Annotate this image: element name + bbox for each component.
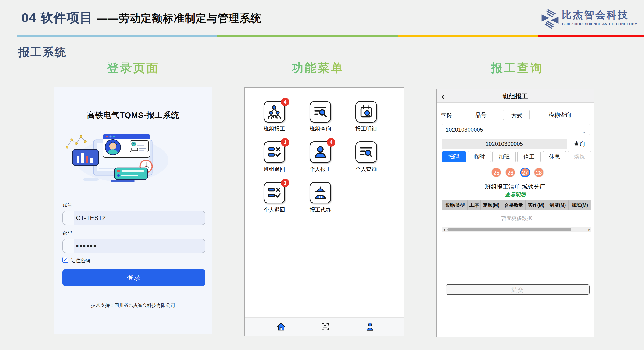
login-screen: 高铁电气TQMS-报工系统 bbox=[54, 87, 212, 334]
password-input[interactable]: •••••• bbox=[62, 239, 206, 253]
section-title: 软件项目 bbox=[40, 10, 93, 24]
scroll-left-icon[interactable]: ◂ bbox=[443, 227, 445, 232]
menu-item-report-delegate[interactable]: 报工代办 bbox=[304, 182, 337, 215]
segment-rest[interactable]: 休息 bbox=[543, 151, 566, 163]
scroll-right-icon[interactable]: ▸ bbox=[588, 227, 590, 232]
query-screen: ‹ 班组报工 字段 品号 方式 模糊查询 102010300005 ⌄ 1020… bbox=[436, 89, 594, 337]
page-number: 04 bbox=[22, 10, 36, 24]
login-illustration bbox=[64, 133, 169, 183]
menu-item-personal-report[interactable]: 4 个人报工 bbox=[304, 141, 337, 174]
table-header-cell: 实作(M) bbox=[526, 200, 547, 210]
date-circle-26[interactable]: 26 bbox=[506, 168, 515, 177]
account-label: 账号 bbox=[62, 202, 72, 208]
menu-item-label: 报工明细 bbox=[343, 125, 390, 133]
table-header-cell: 制度(M) bbox=[547, 200, 568, 210]
menu-item-label: 个人报工 bbox=[297, 166, 344, 173]
query-title: 班组报工 bbox=[437, 92, 594, 101]
empty-data-text: 暂无更多数据 bbox=[442, 210, 591, 227]
code-select[interactable]: 102010300005 ⌄ bbox=[442, 124, 590, 135]
menu-item-personal-query[interactable]: 个人查询 bbox=[350, 141, 382, 174]
submit-button[interactable]: 提交 bbox=[446, 284, 590, 295]
field-input[interactable]: 品号 bbox=[458, 110, 504, 120]
date-circle-28[interactable]: 28 bbox=[534, 168, 544, 177]
illustration-baseline bbox=[63, 187, 168, 187]
account-input[interactable]: CT-TEST2 bbox=[62, 211, 206, 225]
menu-item-report-detail[interactable]: 报工明细 bbox=[350, 101, 382, 134]
code-select-value: 102010300005 bbox=[446, 127, 483, 133]
password-label: 密码 bbox=[62, 230, 72, 236]
home-icon[interactable] bbox=[276, 322, 286, 332]
badge-count: 4 bbox=[281, 98, 289, 106]
menu-item-label: 报工代办 bbox=[297, 206, 344, 213]
login-button[interactable]: 登录 bbox=[62, 270, 206, 286]
slide-heading: 报工系统 bbox=[18, 45, 67, 60]
horizontal-scrollbar[interactable]: ◂ ▸ bbox=[442, 227, 591, 232]
bottom-tab-bar bbox=[245, 317, 404, 336]
scrollbar-thumb[interactable] bbox=[448, 228, 571, 231]
slide-canvas: 04 软件项目 ——劳动定额标准制定与管理系统 比杰智会科技 bbox=[0, 0, 644, 350]
segment-smelting[interactable]: 熔炼 bbox=[568, 151, 591, 163]
list-search-icon bbox=[310, 101, 331, 123]
scan-icon[interactable] bbox=[320, 322, 330, 332]
divider bbox=[442, 180, 590, 181]
company-logo: 比杰智会科技 BIJIEZHIHUI SCIENCE AND TECHNOLOG… bbox=[540, 8, 641, 30]
column-title-login: 登录页面 bbox=[75, 60, 192, 76]
company-name: 比杰智会科技 bbox=[562, 8, 629, 21]
column-title-menu: 功能菜单 bbox=[260, 60, 376, 76]
table-header-cell: 合格数量 bbox=[502, 200, 526, 210]
menu-item-team-query[interactable]: 班组查询 bbox=[304, 101, 337, 134]
divider bbox=[442, 166, 590, 166]
badge-count: 4 bbox=[327, 138, 335, 147]
mode-label: 方式 bbox=[511, 112, 522, 120]
list-search-icon bbox=[356, 141, 377, 163]
menu-item-personal-return[interactable]: 1 个人退回 bbox=[258, 182, 291, 215]
segment-temporary[interactable]: 临时 bbox=[468, 151, 491, 163]
code-readonly-field[interactable]: 102010300005 bbox=[442, 139, 567, 149]
remember-password-checkbox[interactable]: ✓ bbox=[62, 257, 68, 263]
field-label: 字段 bbox=[441, 112, 452, 120]
worker-icon bbox=[310, 182, 331, 203]
segment-overtime[interactable]: 加班 bbox=[492, 151, 516, 163]
date-circle-27[interactable]: 27 bbox=[520, 168, 530, 177]
chevron-down-icon: ⌄ bbox=[581, 126, 586, 137]
badge-count: 1 bbox=[281, 179, 289, 187]
menu-item-label: 个人退回 bbox=[251, 206, 298, 213]
menu-screen: 4 班组报工 班组查询 bbox=[244, 87, 404, 336]
table-header-cell: 工序 bbox=[468, 200, 481, 210]
mode-input[interactable]: 模糊查询 bbox=[529, 110, 590, 120]
view-detail-link[interactable]: 查看明细 bbox=[437, 191, 594, 198]
profile-icon[interactable] bbox=[365, 322, 375, 332]
menu-item-label: 班组报工 bbox=[251, 125, 298, 133]
header-underline-blue bbox=[17, 35, 217, 37]
menu-item-team-report[interactable]: 4 班组报工 bbox=[258, 101, 291, 134]
list-title: 班组报工清单-城铁分厂 bbox=[437, 183, 594, 191]
query-header: ‹ 班组报工 bbox=[437, 89, 594, 103]
segment-scan[interactable]: 扫码 bbox=[442, 151, 466, 163]
table-header-cell: 定额(M) bbox=[481, 200, 502, 210]
header-underline-yellow bbox=[398, 35, 538, 37]
support-text: 技术支持：四川省比杰智会科技有限公司 bbox=[54, 302, 212, 309]
remember-password-label: 记住密码 bbox=[71, 257, 90, 264]
table-header-row: 名称/类型 工序 定额(M) 合格数量 实作(M) 制度(M) 加班(M) bbox=[442, 200, 591, 210]
login-title: 高铁电气TQMS-报工系统 bbox=[54, 110, 212, 121]
menu-item-label: 班组查询 bbox=[297, 125, 344, 133]
header-underline-red bbox=[538, 35, 644, 37]
section-subtitle: ——劳动定额标准制定与管理系统 bbox=[97, 12, 262, 24]
page-title: 04 软件项目 ——劳动定额标准制定与管理系统 bbox=[22, 9, 262, 26]
menu-item-label: 班组退回 bbox=[251, 166, 298, 173]
calendar-search-icon bbox=[356, 101, 377, 123]
company-caption: BIJIEZHIHUI SCIENCE AND TECHNOLOGY bbox=[562, 22, 637, 26]
table-header-cell: 名称/类型 bbox=[442, 200, 468, 210]
table-header-cell: 加班(M) bbox=[568, 200, 591, 210]
search-button[interactable]: 查询 bbox=[568, 139, 591, 149]
menu-item-team-return[interactable]: 1 班组退回 bbox=[258, 141, 291, 174]
date-circle-25[interactable]: 25 bbox=[492, 168, 501, 177]
menu-item-label: 个人查询 bbox=[343, 166, 390, 173]
header-underline-green bbox=[217, 35, 398, 37]
segment-stop-work[interactable]: 停工 bbox=[517, 151, 541, 163]
badge-count: 1 bbox=[281, 138, 289, 147]
column-title-query: 报工查询 bbox=[459, 60, 576, 76]
